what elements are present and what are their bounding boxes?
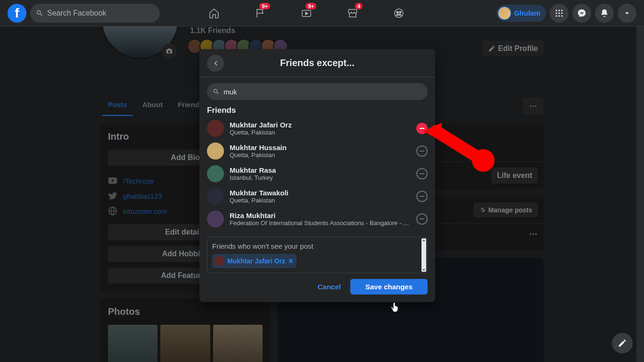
avatar <box>207 210 224 227</box>
avatar <box>207 120 224 137</box>
modal-title: Friends except... <box>280 58 355 68</box>
friend-subtitle: Quetta, Pakistan <box>230 129 411 136</box>
friend-subtitle: Quetta, Pakistan <box>230 152 411 159</box>
friend-name: Mukhtar Tawakoli <box>230 189 411 197</box>
search-icon <box>213 88 220 95</box>
friend-info: Riza MukhtariFederation Of International… <box>230 211 411 227</box>
excluded-label: Friends who won't see your post <box>212 242 422 250</box>
friend-info: Mukhtar TawakoliQuetta, Pakistan <box>230 189 411 204</box>
friend-name: Mukhtar Rasa <box>230 166 411 174</box>
friend-subtitle: Istanbul, Turkey <box>230 174 411 181</box>
excluded-friend-chip: Mukhtar Jafari Orz ✕ <box>212 254 297 268</box>
friend-row[interactable]: Mukhtar Jafari OrzQuetta, Pakistan <box>207 117 428 140</box>
exclude-toggle[interactable] <box>416 123 428 134</box>
friend-search-input[interactable] <box>223 88 422 96</box>
avatar <box>207 165 224 182</box>
modal-header: Friends except... <box>199 49 435 77</box>
exclude-toggle[interactable] <box>416 213 428 225</box>
excluded-friends-box: Friends who won't see your post Mukhtar … <box>207 237 428 273</box>
exclude-toggle[interactable] <box>416 191 428 202</box>
save-changes-button[interactable]: Save changes <box>350 279 428 295</box>
friend-row[interactable]: Riza MukhtariFederation Of International… <box>207 208 428 230</box>
friend-row[interactable]: Mukhtar HussainQuetta, Pakistan <box>207 140 428 162</box>
modal-footer: Cancel Save changes <box>199 273 435 302</box>
remove-chip-button[interactable]: ✕ <box>288 257 294 265</box>
friend-search[interactable] <box>207 83 428 100</box>
scrollbar[interactable] <box>421 238 426 272</box>
friend-row[interactable]: Mukhtar TawakoliQuetta, Pakistan <box>207 185 428 208</box>
friend-name: Mukhtar Jafari Orz <box>230 121 411 129</box>
arrow-left-icon <box>211 59 220 68</box>
friend-subtitle: Quetta, Pakistan <box>230 197 411 204</box>
exclude-toggle[interactable] <box>416 168 428 179</box>
cancel-button[interactable]: Cancel <box>312 279 347 295</box>
friends-section-label: Friends <box>207 106 428 115</box>
avatar <box>214 256 224 266</box>
friend-info: Mukhtar Jafari OrzQuetta, Pakistan <box>230 121 411 136</box>
back-button[interactable] <box>207 55 224 72</box>
friend-row[interactable]: Mukhtar RasaIstanbul, Turkey <box>207 162 428 185</box>
friend-name: Riza Mukhtari <box>230 211 411 219</box>
friend-subtitle: Federation Of International Students Ass… <box>230 219 411 227</box>
friend-name: Mukhtar Hussain <box>230 143 411 152</box>
friend-info: Mukhtar RasaIstanbul, Turkey <box>230 166 411 181</box>
avatar <box>207 188 224 205</box>
avatar <box>207 143 224 160</box>
exclude-toggle[interactable] <box>416 145 428 157</box>
friends-except-modal: Friends except... Friends Mukhtar Jafari… <box>199 49 435 302</box>
modal-backdrop: Friends except... Friends Mukhtar Jafari… <box>0 0 644 362</box>
friend-info: Mukhtar HussainQuetta, Pakistan <box>230 143 411 159</box>
chip-name: Mukhtar Jafari Orz <box>227 257 285 265</box>
